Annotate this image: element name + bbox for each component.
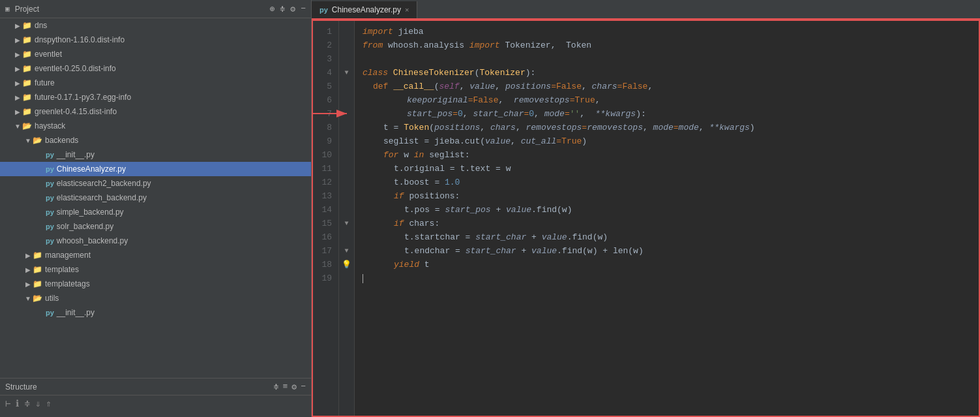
line-num-5: 5 (319, 80, 332, 93)
settings-structure-icon[interactable]: ⚙ (291, 382, 297, 392)
stmt-t-pos: t.pos = (404, 203, 445, 217)
gutter-2 (339, 39, 354, 52)
gutter-17[interactable]: ▼ (339, 244, 354, 258)
structure-title: Structure (5, 382, 270, 392)
tree-item-templatetags[interactable]: ▶ 📁 templatetags (0, 277, 311, 291)
tree-item-whoosh[interactable]: py whoosh_backend.py (0, 234, 311, 248)
code-line-19[interactable] (355, 271, 979, 285)
param-kwargs: **kwargs (595, 107, 636, 121)
tree-label: templatetags (45, 279, 90, 288)
var-value2: value (542, 230, 567, 244)
chevron-right-icon: ▶ (23, 281, 33, 288)
nav-down-icon[interactable]: ≑ (24, 398, 29, 409)
structure-icons: ≑ ≡ ⚙ − (274, 382, 306, 392)
tree-item-chineseanalyzer[interactable]: py ChineseAnalyzer.py (0, 162, 311, 176)
fold-icon-4[interactable]: ▼ (344, 69, 348, 76)
tree-label: ChineseAnalyzer.py (57, 164, 126, 174)
settings-icon[interactable]: ⚙ (290, 4, 295, 14)
code-line-15: if chars: (355, 217, 979, 230)
line-num-8: 8 (319, 121, 332, 134)
chevron-right-icon: ▶ (13, 94, 22, 101)
param-mode: mode (544, 107, 565, 121)
tree-item-dns[interactable]: ▶ 📁 dns (0, 18, 311, 33)
num-1: 1.0 (445, 176, 460, 189)
fold-icon-15[interactable]: ▼ (344, 220, 348, 227)
line-num-12: 12 (319, 176, 332, 189)
sort-structure-icon[interactable]: ≑ (274, 382, 279, 392)
tree-item-elasticsearch2[interactable]: py elasticsearch2_backend.py (0, 176, 311, 191)
gutter-13 (339, 189, 354, 203)
tree-item-backends[interactable]: ▼ 📂 backends (0, 133, 311, 147)
tree-item-future-dist[interactable]: ▶ 📁 future-0.17.1-py3.7.egg-info (0, 90, 311, 104)
tree-item-init-py[interactable]: py __init__.py (0, 147, 311, 162)
folder-icon: 📁 (22, 21, 32, 30)
code-line-9: seglist = jieba.cut(value, cut_all=True) (355, 134, 979, 148)
stmt-t-boost: t.boost = (394, 176, 445, 189)
code-line-17: t.endchar = start_char + value.find(w) +… (355, 244, 979, 258)
var-start-pos: start_pos (445, 203, 490, 217)
param-positions: positions (505, 80, 551, 93)
line-num-17: 17 (319, 244, 332, 258)
tree-item-utils[interactable]: ▼ 📂 utils (0, 291, 311, 305)
list-structure-icon[interactable]: ≡ (283, 382, 288, 392)
code-line-4: class ChineseTokenizer(Tokenizer): (355, 66, 979, 80)
nav-first-icon[interactable]: ⊢ (5, 398, 10, 409)
python-file-icon: py (46, 237, 54, 245)
tree-item-eventlet-dist[interactable]: ▶ 📁 eventlet-0.25.0.dist-info (0, 61, 311, 76)
gutter-3 (339, 52, 354, 66)
code-line-1: import jieba (355, 25, 979, 39)
tree-item-utils-init[interactable]: py __init__.py (0, 305, 311, 320)
tree-item-future[interactable]: ▶ 📁 future (0, 76, 311, 90)
keyword-import2: import (469, 39, 500, 52)
tree-label: management (45, 251, 91, 260)
chevron-right-icon: ▶ (13, 80, 22, 87)
line-num-11: 11 (319, 162, 332, 176)
param-keeporiginal: keeporiginal (407, 93, 468, 107)
gutter-15[interactable]: ▼ (339, 217, 354, 230)
tab-chineseanalyzer[interactable]: py ChineseAnalyzer.py × (312, 1, 417, 18)
tree-item-greenlet[interactable]: ▶ 📁 greenlet-0.4.15.dist-info (0, 104, 311, 119)
tree-item-simple[interactable]: py simple_backend.py (0, 205, 311, 219)
gutter-4[interactable]: ▼ (339, 66, 354, 80)
code-line-18: yield t (355, 258, 979, 271)
gutter: ▼ ▼ (339, 21, 355, 416)
sort-icon[interactable]: ≑ (280, 4, 286, 14)
editor-tabs: py ChineseAnalyzer.py × (312, 0, 980, 20)
tree-item-elasticsearch[interactable]: py elasticsearch_backend.py (0, 191, 311, 205)
nav-expand-icon[interactable]: ⇑ (46, 398, 51, 409)
folder-icon: 📁 (22, 78, 32, 87)
arg-removestops: removestops (526, 121, 582, 134)
tree-label: backends (45, 136, 78, 145)
tree-item-haystack[interactable]: ▼ 📂 haystack (0, 119, 311, 133)
tree-label: solr_backend.py (57, 222, 113, 231)
var-value-find: value (506, 203, 531, 217)
tree-item-management[interactable]: ▶ 📁 management (0, 248, 311, 262)
tree-label: __init__.py (57, 150, 95, 159)
tree-label: future (35, 78, 55, 87)
structure-bottom: ⊢ ℹ ≑ ⇓ ⇑ (0, 395, 311, 412)
base-class: Tokenizer (479, 66, 525, 80)
line-num-13: 13 (319, 189, 332, 203)
python-file-icon: py (46, 151, 54, 159)
chevron-right-icon: ▶ (23, 266, 33, 273)
code-line-8: t = Token(positions, chars, removestops=… (355, 121, 979, 134)
fold-icon-17[interactable]: ▼ (344, 247, 348, 255)
tree-item-dnspython[interactable]: ▶ 📁 dnspython-1.16.0.dist-info (0, 33, 311, 47)
tree-item-eventlet[interactable]: ▶ 📁 eventlet (0, 47, 311, 61)
editor: py ChineseAnalyzer.py × 1 2 3 4 5 6 7 8 … (312, 0, 980, 417)
nav-up-icon[interactable]: ℹ (16, 398, 19, 409)
code-line-14: t.pos = start_pos + value.find(w) (355, 203, 979, 217)
tree-item-templates[interactable]: ▶ 📁 templates (0, 262, 311, 277)
python-file-icon: py (46, 208, 54, 216)
arg-positions: positions (434, 121, 480, 134)
minimize-icon[interactable]: − (301, 4, 306, 14)
add-icon[interactable]: ⊕ (270, 4, 275, 14)
code-content[interactable]: import jieba from whoosh.analysis import… (355, 21, 979, 416)
minimize-structure-icon[interactable]: − (301, 382, 306, 392)
tree-label: greenlet-0.4.15.dist-info (35, 107, 117, 116)
token-class: Token (404, 121, 429, 134)
nav-list-icon[interactable]: ⇓ (35, 398, 40, 409)
tree-item-solr[interactable]: py solr_backend.py (0, 219, 311, 234)
tab-close-icon[interactable]: × (405, 6, 409, 14)
python-file-icon: py (46, 165, 54, 173)
